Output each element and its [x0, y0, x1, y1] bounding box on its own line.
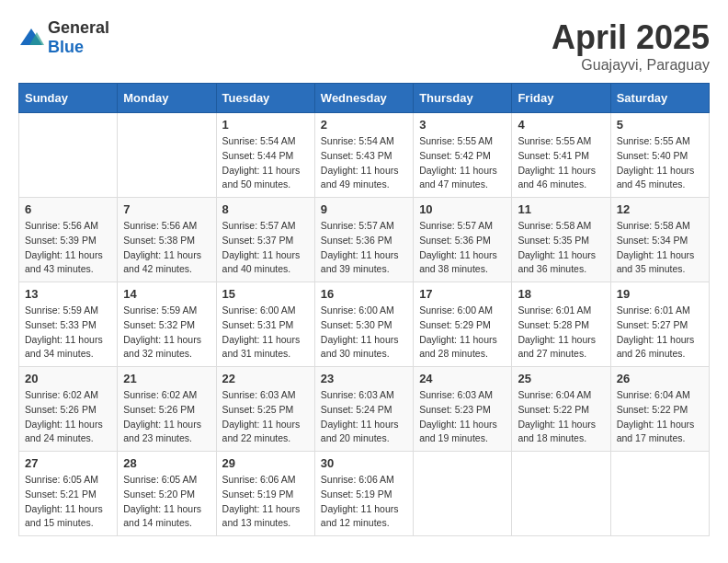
day-cell: 7Sunrise: 5:56 AMSunset: 5:38 PMDaylight… [118, 198, 216, 282]
day-number: 10 [419, 202, 506, 216]
day-info: Sunrise: 6:03 AMSunset: 5:23 PMDaylight:… [419, 388, 506, 446]
day-number: 28 [123, 456, 210, 470]
day-info: Sunrise: 5:59 AMSunset: 5:32 PMDaylight:… [123, 304, 210, 362]
day-number: 27 [25, 456, 111, 470]
day-number: 21 [123, 372, 210, 385]
day-info: Sunrise: 5:55 AMSunset: 5:40 PMDaylight:… [617, 134, 703, 192]
day-cell [414, 452, 512, 536]
day-info: Sunrise: 5:57 AMSunset: 5:36 PMDaylight:… [321, 219, 407, 277]
header: General Blue April 2025 Guajayvi, Paragu… [18, 18, 710, 74]
day-cell: 17Sunrise: 6:00 AMSunset: 5:29 PMDayligh… [414, 282, 512, 367]
day-number: 9 [321, 202, 407, 216]
day-number: 12 [617, 202, 703, 216]
day-info: Sunrise: 5:55 AMSunset: 5:41 PMDaylight:… [518, 134, 604, 192]
day-cell: 19Sunrise: 6:01 AMSunset: 5:27 PMDayligh… [610, 282, 709, 367]
logo-icon [18, 27, 44, 49]
location-title: Guajayvi, Paraguay [552, 57, 710, 74]
day-cell: 6Sunrise: 5:56 AMSunset: 5:39 PMDaylight… [19, 198, 118, 282]
day-cell: 24Sunrise: 6:03 AMSunset: 5:23 PMDayligh… [414, 367, 512, 452]
day-number: 17 [419, 287, 506, 301]
day-cell: 11Sunrise: 5:58 AMSunset: 5:35 PMDayligh… [512, 198, 610, 282]
day-cell [512, 452, 610, 536]
day-number: 19 [617, 287, 703, 301]
day-cell: 23Sunrise: 6:03 AMSunset: 5:24 PMDayligh… [314, 367, 413, 452]
week-row-5: 27Sunrise: 6:05 AMSunset: 5:21 PMDayligh… [19, 452, 710, 536]
day-number: 8 [222, 202, 309, 216]
day-info: Sunrise: 6:00 AMSunset: 5:29 PMDaylight:… [419, 304, 506, 362]
day-cell: 30Sunrise: 6:06 AMSunset: 5:19 PMDayligh… [314, 452, 413, 536]
day-number: 2 [321, 118, 407, 132]
day-cell: 10Sunrise: 5:57 AMSunset: 5:36 PMDayligh… [414, 198, 512, 282]
day-cell: 18Sunrise: 6:01 AMSunset: 5:28 PMDayligh… [512, 282, 610, 367]
day-cell: 20Sunrise: 6:02 AMSunset: 5:26 PMDayligh… [19, 367, 118, 452]
day-cell: 29Sunrise: 6:06 AMSunset: 5:19 PMDayligh… [216, 452, 314, 536]
weekday-header-monday: Monday [118, 84, 216, 113]
weekday-header-wednesday: Wednesday [314, 84, 413, 113]
day-info: Sunrise: 6:06 AMSunset: 5:19 PMDaylight:… [222, 473, 309, 531]
day-number: 14 [123, 287, 210, 301]
day-number: 26 [617, 372, 703, 385]
week-row-4: 20Sunrise: 6:02 AMSunset: 5:26 PMDayligh… [19, 367, 710, 452]
day-number: 30 [321, 456, 407, 470]
day-info: Sunrise: 6:04 AMSunset: 5:22 PMDaylight:… [617, 388, 703, 446]
day-number: 11 [518, 202, 604, 216]
day-cell: 28Sunrise: 6:05 AMSunset: 5:20 PMDayligh… [118, 452, 216, 536]
day-number: 20 [25, 372, 111, 385]
day-cell: 5Sunrise: 5:55 AMSunset: 5:40 PMDaylight… [610, 113, 709, 198]
day-cell: 25Sunrise: 6:04 AMSunset: 5:22 PMDayligh… [512, 367, 610, 452]
week-row-3: 13Sunrise: 5:59 AMSunset: 5:33 PMDayligh… [19, 282, 710, 367]
weekday-header-friday: Friday [512, 84, 610, 113]
day-cell [118, 113, 216, 198]
day-cell: 4Sunrise: 5:55 AMSunset: 5:41 PMDaylight… [512, 113, 610, 198]
day-number: 22 [222, 372, 309, 385]
day-info: Sunrise: 6:03 AMSunset: 5:25 PMDaylight:… [222, 388, 309, 446]
day-info: Sunrise: 6:03 AMSunset: 5:24 PMDaylight:… [321, 388, 407, 446]
weekday-header-saturday: Saturday [610, 84, 709, 113]
day-number: 23 [321, 372, 407, 385]
day-cell: 16Sunrise: 6:00 AMSunset: 5:30 PMDayligh… [314, 282, 413, 367]
weekday-header-sunday: Sunday [19, 84, 118, 113]
day-number: 18 [518, 287, 604, 301]
day-info: Sunrise: 5:56 AMSunset: 5:38 PMDaylight:… [123, 219, 210, 277]
day-info: Sunrise: 5:58 AMSunset: 5:35 PMDaylight:… [518, 219, 604, 277]
day-number: 1 [222, 118, 309, 132]
day-info: Sunrise: 5:58 AMSunset: 5:34 PMDaylight:… [617, 219, 703, 277]
logo: General Blue [18, 18, 109, 57]
day-cell: 13Sunrise: 5:59 AMSunset: 5:33 PMDayligh… [19, 282, 118, 367]
day-number: 7 [123, 202, 210, 216]
day-info: Sunrise: 6:01 AMSunset: 5:27 PMDaylight:… [617, 304, 703, 362]
day-cell: 27Sunrise: 6:05 AMSunset: 5:21 PMDayligh… [19, 452, 118, 536]
day-info: Sunrise: 6:01 AMSunset: 5:28 PMDaylight:… [518, 304, 604, 362]
day-cell: 15Sunrise: 6:00 AMSunset: 5:31 PMDayligh… [216, 282, 314, 367]
day-cell: 1Sunrise: 5:54 AMSunset: 5:44 PMDaylight… [216, 113, 314, 198]
day-info: Sunrise: 6:02 AMSunset: 5:26 PMDaylight:… [123, 388, 210, 446]
day-number: 3 [419, 118, 506, 132]
day-info: Sunrise: 5:55 AMSunset: 5:42 PMDaylight:… [419, 134, 506, 192]
day-info: Sunrise: 6:00 AMSunset: 5:30 PMDaylight:… [321, 304, 407, 362]
day-info: Sunrise: 6:02 AMSunset: 5:26 PMDaylight:… [25, 388, 111, 446]
day-cell [19, 113, 118, 198]
day-info: Sunrise: 6:00 AMSunset: 5:31 PMDaylight:… [222, 304, 309, 362]
day-cell: 3Sunrise: 5:55 AMSunset: 5:42 PMDaylight… [414, 113, 512, 198]
day-number: 24 [419, 372, 506, 385]
day-number: 13 [25, 287, 111, 301]
title-area: April 2025 Guajayvi, Paraguay [552, 18, 710, 74]
month-title: April 2025 [552, 18, 710, 57]
day-number: 29 [222, 456, 309, 470]
day-info: Sunrise: 6:06 AMSunset: 5:19 PMDaylight:… [321, 473, 407, 531]
week-row-1: 1Sunrise: 5:54 AMSunset: 5:44 PMDaylight… [19, 113, 710, 198]
day-cell: 14Sunrise: 5:59 AMSunset: 5:32 PMDayligh… [118, 282, 216, 367]
day-number: 4 [518, 118, 604, 132]
day-cell: 21Sunrise: 6:02 AMSunset: 5:26 PMDayligh… [118, 367, 216, 452]
day-info: Sunrise: 6:04 AMSunset: 5:22 PMDaylight:… [518, 388, 604, 446]
logo-text: General Blue [48, 18, 109, 57]
day-info: Sunrise: 6:05 AMSunset: 5:21 PMDaylight:… [25, 473, 111, 531]
day-info: Sunrise: 5:54 AMSunset: 5:43 PMDaylight:… [321, 134, 407, 192]
day-info: Sunrise: 5:56 AMSunset: 5:39 PMDaylight:… [25, 219, 111, 277]
day-cell [610, 452, 709, 536]
day-info: Sunrise: 5:54 AMSunset: 5:44 PMDaylight:… [222, 134, 309, 192]
day-cell: 8Sunrise: 5:57 AMSunset: 5:37 PMDaylight… [216, 198, 314, 282]
day-info: Sunrise: 6:05 AMSunset: 5:20 PMDaylight:… [123, 473, 210, 531]
day-cell: 2Sunrise: 5:54 AMSunset: 5:43 PMDaylight… [314, 113, 413, 198]
day-cell: 22Sunrise: 6:03 AMSunset: 5:25 PMDayligh… [216, 367, 314, 452]
